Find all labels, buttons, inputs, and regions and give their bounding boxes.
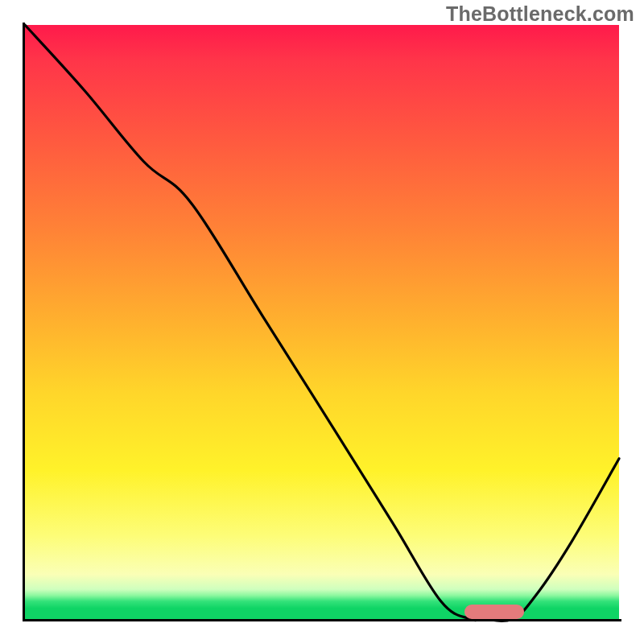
bottleneck-curve	[25, 25, 619, 619]
x-axis-line	[23, 619, 621, 621]
optimal-range-marker	[464, 605, 524, 619]
watermark-text: TheBottleneck.com	[446, 2, 634, 26]
chart-root: TheBottleneck.com	[0, 0, 644, 644]
